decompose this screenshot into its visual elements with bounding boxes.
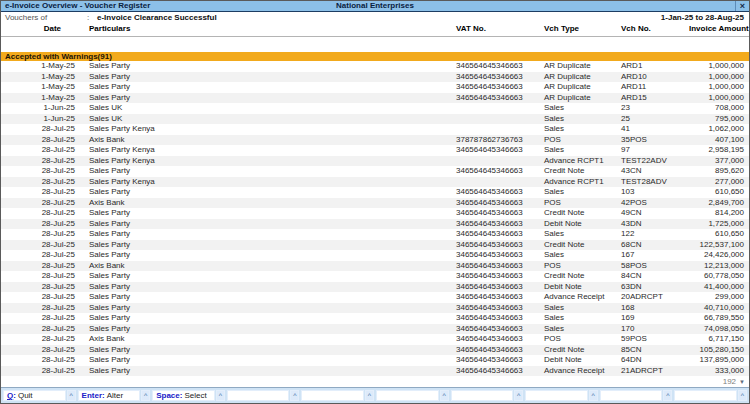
cell-vat-no: 346564645346663: [454, 366, 542, 377]
key-button-empty: [376, 390, 439, 401]
caret-expand-icon[interactable]: ^: [514, 390, 523, 401]
table-row[interactable]: 28-Jul-25Sales Party KenyaSales411,062,0…: [1, 124, 749, 135]
cell-vch-no: 43DN: [619, 219, 689, 230]
cell-vch-no: 25: [619, 114, 689, 125]
table-row[interactable]: 28-Jul-25Sales Party KenyaAdvance RCPT1T…: [1, 156, 749, 167]
table-row[interactable]: 28-Jul-25Axis Bank346564645346663POS42PO…: [1, 198, 749, 209]
cell-date: 28-Jul-25: [1, 219, 77, 230]
cell-vch-no: 63DN: [619, 282, 689, 293]
cell-vch-no: ARD10: [619, 72, 689, 83]
cell-vat-no: 346564645346663: [454, 166, 542, 177]
cell-vch-type: Credit Note: [542, 240, 619, 251]
table-row[interactable]: 28-Jul-25Sales Party346564645346663Credi…: [1, 166, 749, 177]
caret-expand-icon[interactable]: ^: [663, 390, 672, 401]
table-row[interactable]: 28-Jul-25Sales Party346564645346663Debit…: [1, 355, 749, 366]
table-row[interactable]: 28-Jul-25Sales Party346564645346663Advan…: [1, 292, 749, 303]
cell-date: 28-Jul-25: [1, 124, 77, 135]
table-row[interactable]: 1-May-25Sales Party346564645346663AR Dup…: [1, 72, 749, 83]
table-row[interactable]: 1-Jun-25Sales UKSales25795,000: [1, 114, 749, 125]
cell-vch-no: 58POS: [619, 261, 689, 272]
table-row[interactable]: 28-Jul-25Sales Party346564645346663Credi…: [1, 271, 749, 282]
table-row[interactable]: 1-May-25Sales Party346564645346663AR Dup…: [1, 93, 749, 104]
cell-vat-no: 346564645346663: [454, 334, 542, 345]
section-header-accepted-with-warnings[interactable]: Accepted with Warnings(91): [1, 52, 749, 61]
table-row[interactable]: 28-Jul-25Sales Party346564645346663Sales…: [1, 187, 749, 198]
key-button-empty: [227, 390, 290, 401]
caret-expand-icon[interactable]: ^: [67, 390, 76, 401]
cell-invoice-amount: 407,100: [689, 135, 749, 146]
key-slot: ^: [674, 390, 747, 401]
table-row[interactable]: 28-Jul-25Sales Party346564645346663Debit…: [1, 219, 749, 230]
table-row[interactable]: 28-Jul-25Sales Party346564645346663Sales…: [1, 313, 749, 324]
caret-expand-icon[interactable]: ^: [589, 390, 598, 401]
caret-expand-icon[interactable]: ^: [141, 390, 150, 401]
table-row[interactable]: 28-Jul-25Axis Bank346564645346663POS58PO…: [1, 261, 749, 272]
cell-particulars: Sales Party: [77, 187, 454, 198]
table-row[interactable]: 28-Jul-25Sales Party346564645346663Debit…: [1, 282, 749, 293]
vouchers-of-label: Vouchers of: [1, 13, 87, 22]
cell-vat-no: [454, 124, 542, 135]
cell-vch-no: ARD11: [619, 82, 689, 93]
key-button-alter[interactable]: Enter:Alter: [78, 390, 141, 401]
cell-vat-no: 346564645346663: [454, 72, 542, 83]
close-icon[interactable]: ×: [735, 1, 749, 11]
table-row[interactable]: 28-Jul-25Sales Party346564645346663Sales…: [1, 324, 749, 335]
cell-particulars: Axis Bank: [77, 334, 454, 345]
cell-particulars: Sales Party Kenya: [77, 124, 454, 135]
header-spacer: [1, 37, 749, 52]
table-row[interactable]: 28-Jul-25Sales Party346564645346663Sales…: [1, 229, 749, 240]
cell-date: 28-Jul-25: [1, 156, 77, 167]
table-row[interactable]: 28-Jul-25Sales Party Kenya34656464534666…: [1, 145, 749, 156]
table-row[interactable]: 28-Jul-25Sales Party346564645346663Credi…: [1, 240, 749, 251]
caret-expand-icon[interactable]: ^: [440, 390, 449, 401]
voucher-table-body: 1-May-25Sales Party346564645346663AR Dup…: [1, 61, 749, 376]
cell-vch-no: 20ADRCPT: [619, 292, 689, 303]
table-row[interactable]: 1-May-25Sales Party346564645346663AR Dup…: [1, 61, 749, 72]
caret-expand-icon[interactable]: ^: [738, 390, 747, 401]
key-button-select[interactable]: Space:Select: [152, 390, 215, 401]
cell-invoice-amount: 2,958,195: [689, 145, 749, 156]
cell-invoice-amount: 795,000: [689, 114, 749, 125]
cell-vat-no: [454, 156, 542, 167]
table-row[interactable]: 28-Jul-25Axis Bank378787862736763POS35PO…: [1, 135, 749, 146]
cell-vch-type: Advance RCPT1: [542, 156, 619, 167]
caret-expand-icon[interactable]: ^: [290, 390, 299, 401]
cell-vat-no: 346564645346663: [454, 229, 542, 240]
table-row[interactable]: 28-Jul-25Sales Party346564645346663Credi…: [1, 345, 749, 356]
more-rows-icon[interactable]: ▼: [739, 379, 745, 385]
cell-date: 28-Jul-25: [1, 166, 77, 177]
cell-vat-no: 346564645346663: [454, 208, 542, 219]
table-row[interactable]: 28-Jul-25Sales Party346564645346663Advan…: [1, 366, 749, 377]
table-row[interactable]: 1-Jun-25Sales UKSales23708,000: [1, 103, 749, 114]
key-button-quit[interactable]: Q:Quit: [3, 390, 66, 401]
cell-date: 1-Jun-25: [1, 103, 77, 114]
key-action-label: Alter: [107, 391, 123, 400]
cell-vch-type: Advance RCPT1: [542, 177, 619, 188]
caret-expand-icon[interactable]: ^: [365, 390, 374, 401]
cell-vch-no: 59POS: [619, 334, 689, 345]
cell-vch-type: Sales: [542, 114, 619, 125]
cell-vch-type: Advance Receipt: [542, 366, 619, 377]
window-title: e-Invoice Overview - Voucher Register: [1, 1, 150, 11]
cell-date: 28-Jul-25: [1, 208, 77, 219]
table-row[interactable]: 28-Jul-25Sales Party346564645346663Sales…: [1, 250, 749, 261]
cell-particulars: Sales Party: [77, 345, 454, 356]
table-row[interactable]: 28-Jul-25Sales Party KenyaAdvance RCPT1T…: [1, 177, 749, 188]
cell-date: 28-Jul-25: [1, 313, 77, 324]
caret-expand-icon[interactable]: ^: [216, 390, 225, 401]
key-button-empty: [525, 390, 588, 401]
cell-invoice-amount: 708,000: [689, 103, 749, 114]
table-row[interactable]: 28-Jul-25Axis Bank346564645346663POS59PO…: [1, 334, 749, 345]
table-row[interactable]: 28-Jul-25Sales Party346564645346663Credi…: [1, 208, 749, 219]
cell-vch-type: AR Duplicate: [542, 82, 619, 93]
key-slot: Space:Select^: [152, 390, 225, 401]
table-row[interactable]: 1-May-25Sales Party346564645346663AR Dup…: [1, 82, 749, 93]
cell-vch-no: 41: [619, 124, 689, 135]
cell-invoice-amount: 74,098,050: [689, 324, 749, 335]
cell-vat-no: 346564645346663: [454, 93, 542, 104]
cell-particulars: Sales Party Kenya: [77, 156, 454, 167]
cell-vch-no: 170: [619, 324, 689, 335]
table-row[interactable]: 28-Jul-25Sales Party346564645346663Sales…: [1, 303, 749, 314]
cell-vch-type: Debit Note: [542, 355, 619, 366]
cell-invoice-amount: 610,650: [689, 229, 749, 240]
